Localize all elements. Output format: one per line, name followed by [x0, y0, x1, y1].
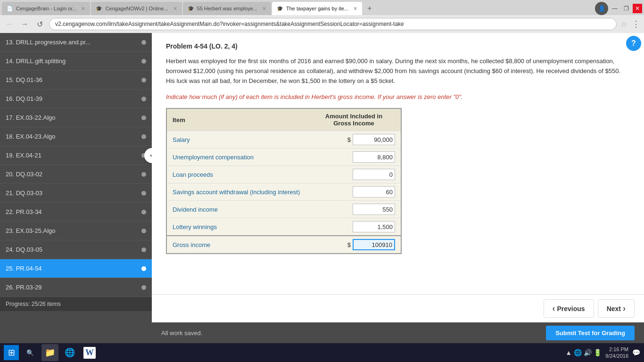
sidebar-item-24[interactable]: 24. DQ.03-05 — [0, 240, 152, 259]
taskbar-app-files[interactable]: 📁 — [41, 344, 58, 361]
refresh-button[interactable]: ↺ — [34, 18, 45, 30]
minimize-button[interactable]: — — [610, 4, 619, 13]
amount-input-5[interactable] — [353, 221, 395, 232]
row-input-cell-2[interactable] — [307, 166, 401, 183]
tab-4-close[interactable]: ✕ — [353, 6, 357, 12]
col2-header: Amount Included in Gross Income — [307, 108, 401, 131]
browser-window: 📄 CengageBrain - Login or... ✕ 🎓 Cengage… — [0, 0, 644, 362]
sidebar-item-dot-23 — [141, 229, 146, 233]
sidebar-collapse-toggle[interactable]: < — [144, 148, 152, 163]
start-button[interactable]: ⊞ — [4, 345, 19, 360]
sidebar: 13. DRILL.progressive.and.pr...14. DRILL… — [0, 33, 152, 343]
forward-button[interactable]: → — [19, 18, 30, 30]
taskbar: ⊞ 🔍 📁 🌐 W ▲ 🌐 🔊 🔋 2:16 PM 9/24/2016 💬 — [0, 343, 644, 362]
tab-2[interactable]: 🎓 CengageNOWv2 | Online... ✕ — [91, 2, 182, 15]
row-input-cell-3[interactable] — [307, 183, 401, 201]
dollar-sign-6: $ — [347, 241, 351, 248]
sidebar-item-21[interactable]: 21. DQ.03-03 — [0, 184, 152, 203]
taskbar-battery-icon: 🔋 — [594, 349, 602, 356]
progress-label: Progress: — [6, 301, 30, 307]
sidebar-item-26[interactable]: 26. PR.03-29 — [0, 278, 152, 297]
sidebar-item-label-24: 24. DQ.03-05 — [6, 246, 141, 253]
close-button[interactable]: ✕ — [633, 4, 642, 13]
tab-4-label: The taxpayer gains by ite... — [286, 6, 348, 11]
sidebar-item-label-15: 15. DQ.01-36 — [6, 76, 141, 83]
sidebar-item-22[interactable]: 22. PR.03-34 — [0, 203, 152, 222]
help-button[interactable]: ? — [626, 36, 641, 51]
amount-input-4[interactable] — [353, 204, 395, 215]
sidebar-item-dot-16 — [141, 97, 146, 101]
next-button[interactable]: Next › — [598, 299, 635, 318]
taskbar-notifications-icon[interactable]: 💬 — [632, 349, 640, 356]
menu-button[interactable]: ⋮ — [632, 19, 640, 29]
sidebar-item-dot-25 — [141, 266, 146, 271]
row-input-cell-0[interactable]: $ — [307, 131, 401, 148]
taskbar-right: ▲ 🌐 🔊 🔋 2:16 PM 9/24/2016 💬 — [565, 346, 640, 360]
amount-input-6[interactable] — [353, 239, 395, 250]
tab-1-label: CengageBrain - Login or... — [16, 6, 76, 11]
sidebar-item-label-18: 18. EX.04-23.Algo — [6, 133, 141, 140]
sidebar-item-19[interactable]: 19. EX.04-21< — [0, 146, 152, 165]
taskbar-app-chrome[interactable]: 🌐 — [61, 344, 78, 361]
sidebar-item-dot-26 — [141, 285, 146, 290]
next-label: Next — [607, 305, 621, 313]
problem-instruction: Indicate how much (if any) of each item … — [166, 93, 630, 100]
right-panel: Problem 4-54 (LO. 2, 4) Herbert was empl… — [152, 33, 644, 322]
sidebar-item-17[interactable]: 17. EX.03-22.Algo — [0, 108, 152, 127]
problem-area: Problem 4-54 (LO. 2, 4) Herbert was empl… — [152, 33, 644, 294]
address-bar: ← → ↺ v2.cengagenow.com/ilrn/takeAssignm… — [0, 15, 644, 33]
sidebar-item-label-23: 23. EX.03-25.Algo — [6, 227, 141, 234]
bookmark-button[interactable]: ☆ — [620, 20, 627, 29]
row-label-5: Lottery winnings — [166, 218, 307, 236]
row-input-cell-6[interactable]: $ — [307, 236, 401, 254]
row-label-3: Savings account withdrawal (including in… — [166, 183, 307, 201]
sidebar-item-23[interactable]: 23. EX.03-25.Algo — [0, 222, 152, 240]
sidebar-item-14[interactable]: 14. DRILL.gift.splitting — [0, 52, 152, 71]
sidebar-item-dot-22 — [141, 210, 146, 214]
tab-2-close[interactable]: ✕ — [173, 6, 177, 12]
tab-1[interactable]: 📄 CengageBrain - Login or... ✕ — [2, 2, 90, 15]
sidebar-item-18[interactable]: 18. EX.04-23.Algo — [0, 127, 152, 146]
sidebar-item-dot-17 — [141, 115, 146, 120]
previous-button[interactable]: ‹ Previous — [544, 299, 594, 318]
sidebar-item-label-16: 16. DQ.01-39 — [6, 95, 141, 102]
sidebar-item-16[interactable]: 16. DQ.01-39 — [0, 90, 152, 108]
row-input-cell-5[interactable] — [307, 218, 401, 236]
sidebar-item-15[interactable]: 15. DQ.01-36 — [0, 71, 152, 90]
problem-body: Herbert was employed for the first six m… — [166, 58, 620, 84]
table-row: Savings account withdrawal (including in… — [166, 183, 401, 201]
row-input-cell-1[interactable] — [307, 148, 401, 166]
row-input-cell-4[interactable] — [307, 201, 401, 218]
tab-3[interactable]: 🎓 55 Herbert was employe... ✕ — [183, 2, 271, 15]
tab-3-icon: 🎓 — [188, 6, 194, 12]
amount-input-3[interactable] — [353, 186, 395, 197]
sidebar-item-label-17: 17. EX.03-22.Algo — [6, 114, 141, 121]
table-row: Salary$ — [166, 131, 401, 148]
taskbar-app-word[interactable]: W — [81, 344, 98, 361]
sidebar-item-dot-20 — [141, 172, 146, 177]
footer: All work saved. Submit Test for Grading — [152, 322, 644, 343]
taskbar-clock: 2:16 PM 9/24/2016 — [605, 346, 628, 360]
sidebar-item-13[interactable]: 13. DRILL.progressive.and.pr... — [0, 33, 152, 52]
back-button[interactable]: ← — [4, 18, 15, 30]
sidebar-item-25[interactable]: 25. PR.04-54 — [0, 259, 152, 278]
taskbar-network-icon: 🌐 — [574, 349, 582, 356]
url-bar[interactable]: v2.cengagenow.com/ilrn/takeAssignment/ta… — [49, 18, 617, 30]
new-tab-button[interactable]: + — [363, 2, 376, 15]
table-row: Unemployment compensation — [166, 148, 401, 166]
row-label-6: Gross income — [166, 236, 307, 254]
amount-input-2[interactable] — [353, 169, 395, 180]
taskbar-app-search[interactable]: 🔍 — [22, 344, 39, 361]
table-row: Dividend income — [166, 201, 401, 218]
restore-button[interactable]: ❐ — [621, 4, 631, 13]
bottom-navigation: ‹ Previous Next › — [152, 294, 644, 322]
sidebar-item-label-13: 13. DRILL.progressive.and.pr... — [6, 39, 141, 46]
sidebar-item-dot-24 — [141, 247, 146, 252]
amount-input-0[interactable] — [353, 134, 395, 145]
amount-input-1[interactable] — [353, 151, 395, 163]
tab-1-close[interactable]: ✕ — [81, 6, 85, 12]
submit-test-button[interactable]: Submit Test for Grading — [546, 326, 635, 340]
tab-3-close[interactable]: ✕ — [262, 6, 266, 12]
tab-4[interactable]: 🎓 The taxpayer gains by ite... ✕ — [272, 2, 362, 15]
sidebar-item-20[interactable]: 20. DQ.03-02 — [0, 165, 152, 184]
